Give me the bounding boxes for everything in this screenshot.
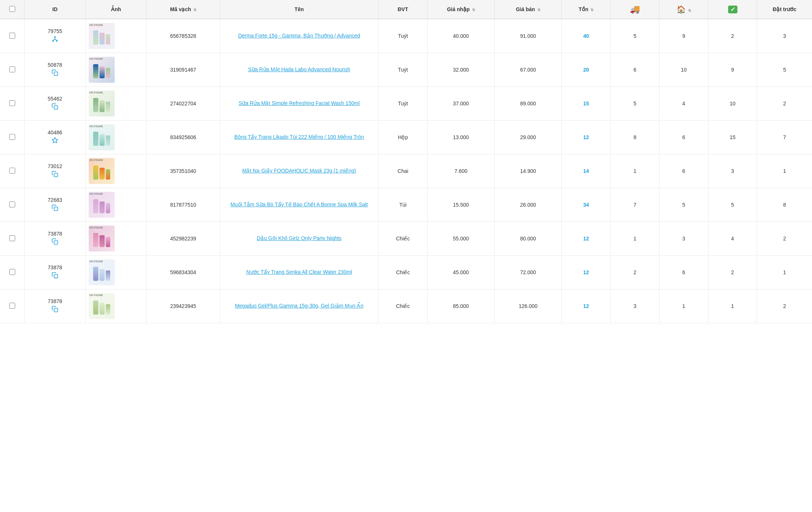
- header-gianhap[interactable]: Giá nhập ⇅: [428, 0, 495, 19]
- header-truck: 🚚: [610, 0, 659, 19]
- row-checkbox-8[interactable]: [9, 303, 15, 309]
- row-image-cell: DR.FRAME: [85, 222, 147, 256]
- row-id-icon-copy[interactable]: [52, 204, 58, 213]
- row-giaban: 67.000: [494, 53, 561, 87]
- row-datruoc: 5: [757, 53, 812, 87]
- row-dvt: Túi: [379, 188, 428, 222]
- header-giaban[interactable]: Giá bán ⇅: [494, 0, 561, 19]
- row-giaban: 89.000: [494, 87, 561, 121]
- product-link[interactable]: Muối Tắm Sữa Bò Tẩy Tế Bào Chết A Bonne …: [230, 201, 368, 207]
- row-giaban: 126.000: [494, 289, 561, 323]
- row-id-number: 72683: [48, 197, 62, 203]
- product-link[interactable]: Megaduo Gel/Plus Gamma 15g-30g, Gel Giảm…: [235, 303, 363, 309]
- row-ton[interactable]: 12: [561, 222, 610, 256]
- row-ton[interactable]: 20: [561, 53, 610, 87]
- row-giaban: 26.000: [494, 188, 561, 222]
- row-ton[interactable]: 15: [561, 87, 610, 121]
- row-product-name[interactable]: Megaduo Gel/Plus Gamma 15g-30g, Gel Giảm…: [220, 289, 379, 323]
- row-ton[interactable]: 12: [561, 289, 610, 323]
- row-checkbox-0[interactable]: [9, 33, 15, 39]
- row-id-icon-copy[interactable]: [52, 238, 58, 246]
- row-product-name[interactable]: Bông Tẩy Trang Likado Túi 222 Miếng / 10…: [220, 121, 379, 154]
- row-check: 9: [708, 53, 757, 87]
- product-link[interactable]: Mặt Nạ Giấy FOODAHOLIC Mask 23g (1 miếng…: [242, 168, 356, 174]
- header-mavach[interactable]: Mã vạch ⇅: [147, 0, 220, 19]
- row-datruoc: 1: [757, 256, 812, 289]
- row-ton[interactable]: 12: [561, 256, 610, 289]
- row-checkbox-4[interactable]: [9, 168, 15, 174]
- row-check: 10: [708, 87, 757, 121]
- header-checkbox[interactable]: [0, 0, 24, 19]
- row-id-icon-star[interactable]: [52, 137, 58, 145]
- row-ton[interactable]: 12: [561, 121, 610, 154]
- row-id-icon-network[interactable]: [52, 36, 58, 44]
- row-product-name[interactable]: Nước Tẩy Trang Senka All Clear Water 230…: [220, 256, 379, 289]
- row-checkbox-3[interactable]: [9, 134, 15, 140]
- row-dvt: Chiếc: [379, 256, 428, 289]
- row-checkbox-7[interactable]: [9, 269, 15, 275]
- row-house: 5: [659, 188, 708, 222]
- row-barcode: 596834304: [147, 256, 220, 289]
- table-body: 79755 DR.FRAME 656785328 Derma Forte 15g…: [0, 19, 812, 323]
- svg-rect-12: [54, 275, 58, 278]
- row-product-name[interactable]: Dầu Gội Khô Girlz Only Party Nights: [220, 222, 379, 256]
- table-row: 50878 DR.FRAME 319091467 Sữa Rửa Mặt Had…: [0, 53, 812, 87]
- table-row: 55462 DR.FRAME 274022704 Sữa Rửa Mặt Sim…: [0, 87, 812, 121]
- row-product-name[interactable]: Mặt Nạ Giấy FOODAHOLIC Mask 23g (1 miếng…: [220, 154, 379, 188]
- row-checkbox-5[interactable]: [9, 201, 15, 207]
- header-ton[interactable]: Tồn ⇅: [561, 0, 610, 19]
- row-truck: 1: [610, 154, 659, 188]
- row-check: 3: [708, 154, 757, 188]
- row-id-number: 55462: [48, 96, 62, 102]
- row-id-cell: 72683: [24, 188, 86, 222]
- row-product-name[interactable]: Sữa Rửa Mặt Hada Labo Advanced Nourish: [220, 53, 379, 87]
- row-checkbox-cell[interactable]: [0, 289, 24, 323]
- row-id-icon-copy[interactable]: [52, 103, 58, 111]
- row-checkbox-cell[interactable]: [0, 19, 24, 53]
- row-dvt: Chiếc: [379, 222, 428, 256]
- row-house: 6: [659, 154, 708, 188]
- row-ton[interactable]: 34: [561, 188, 610, 222]
- row-id-icon-copy[interactable]: [52, 272, 58, 280]
- row-checkbox-6[interactable]: [9, 235, 15, 241]
- row-truck: 5: [610, 19, 659, 53]
- row-product-name[interactable]: Sữa Rửa Mặt Simple Refreshing Facial Was…: [220, 87, 379, 121]
- product-link[interactable]: Derma Forte 15g - Gamma, Bản Thường / Ad…: [238, 33, 360, 39]
- row-checkbox-cell[interactable]: [0, 121, 24, 154]
- row-gianhap: 45.000: [428, 256, 495, 289]
- row-id-icon-copy[interactable]: [52, 171, 58, 179]
- row-checkbox-cell[interactable]: [0, 154, 24, 188]
- product-link[interactable]: Sữa Rửa Mặt Simple Refreshing Facial Was…: [239, 100, 360, 106]
- row-id-icon-copy[interactable]: [52, 69, 58, 78]
- product-link[interactable]: Dầu Gội Khô Girlz Only Party Nights: [257, 235, 341, 241]
- ton-value: 34: [583, 202, 589, 208]
- row-id-icon-copy[interactable]: [52, 306, 58, 314]
- table-row: 73878 DR.FRAME 452982239 Dầu Gội Khô Gir…: [0, 222, 812, 256]
- product-table-container: ID Ảnh Mã vạch ⇅ Tên ĐVT Giá nhập ⇅: [0, 0, 812, 323]
- row-checkbox-cell[interactable]: [0, 87, 24, 121]
- row-product-name[interactable]: Muối Tắm Sữa Bò Tẩy Tế Bào Chết A Bonne …: [220, 188, 379, 222]
- row-datruoc: 2: [757, 289, 812, 323]
- row-gianhap: 40.000: [428, 19, 495, 53]
- row-checkbox-cell[interactable]: [0, 53, 24, 87]
- ton-value: 40: [583, 33, 589, 39]
- row-checkbox-cell[interactable]: [0, 188, 24, 222]
- product-link[interactable]: Nước Tẩy Trang Senka All Clear Water 230…: [246, 269, 352, 275]
- ton-value: 12: [583, 269, 589, 275]
- row-ton[interactable]: 14: [561, 154, 610, 188]
- product-link[interactable]: Sữa Rửa Mặt Hada Labo Advanced Nourish: [248, 66, 350, 72]
- row-datruoc: 1: [757, 154, 812, 188]
- row-product-name[interactable]: Derma Forte 15g - Gamma, Bản Thường / Ad…: [220, 19, 379, 53]
- table-row: 73878 DR.FRAME 596834304 Nước Tẩy Trang …: [0, 256, 812, 289]
- row-checkbox-cell[interactable]: [0, 222, 24, 256]
- row-check: 4: [708, 222, 757, 256]
- row-house: 10: [659, 53, 708, 87]
- row-checkbox-1[interactable]: [9, 66, 15, 72]
- header-house[interactable]: 🏠 ⇅: [659, 0, 708, 19]
- row-ton[interactable]: 40: [561, 19, 610, 53]
- row-checkbox-2[interactable]: [9, 100, 15, 106]
- product-link[interactable]: Bông Tẩy Trang Likado Túi 222 Miếng / 10…: [234, 134, 364, 140]
- row-truck: 7: [610, 188, 659, 222]
- select-all-checkbox[interactable]: [9, 6, 15, 12]
- row-checkbox-cell[interactable]: [0, 256, 24, 289]
